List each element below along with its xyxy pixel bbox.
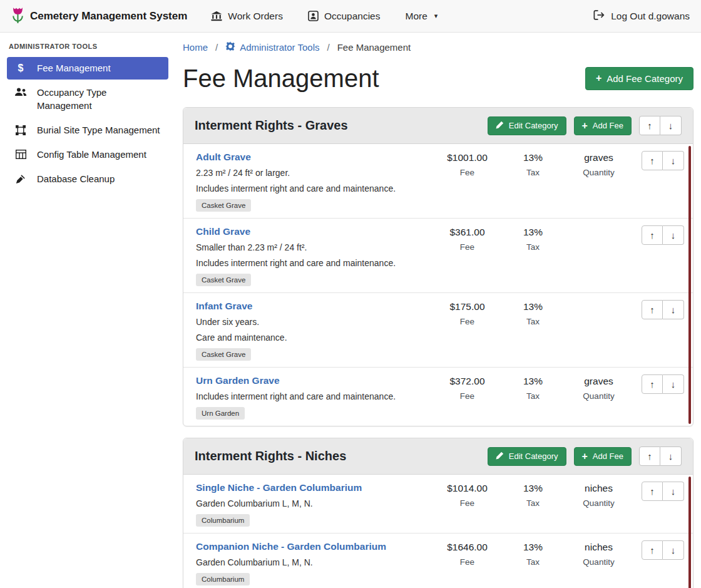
move-fee-up-button[interactable]: ↑ <box>642 482 663 501</box>
fee-description: Smaller than 2.23 m² / 24 ft². <box>196 241 429 254</box>
fee-name-link[interactable]: Single Niche - Garden Columbarium <box>196 482 362 494</box>
edit-category-button[interactable]: Edit Category <box>488 447 566 466</box>
fee-tax-label: Tax <box>500 557 566 567</box>
fee-quantity-value: graves <box>566 375 632 388</box>
sidebar-item-label: Fee Management <box>37 62 111 75</box>
card-scrollbar-thumb[interactable] <box>688 477 691 588</box>
fee-name-link[interactable]: Companion Niche - Garden Columbarium <box>196 540 386 553</box>
plus-icon: + <box>582 121 588 131</box>
fee-amount-label: Fee <box>434 168 500 177</box>
broom-icon <box>14 173 28 184</box>
move-fee-down-button[interactable]: ↓ <box>663 225 684 245</box>
move-fee-up-button[interactable]: ↑ <box>642 300 663 319</box>
fee-type-badge: Casket Grave <box>196 274 251 286</box>
move-fee-up-button[interactable]: ↑ <box>642 374 663 394</box>
breadcrumb-current: Fee Management <box>337 42 411 53</box>
fee-info: Infant Grave Under six years.Care and ma… <box>196 300 434 361</box>
move-fee-up-button[interactable]: ↑ <box>642 225 663 245</box>
fee-row: Single Niche - Garden Columbarium Garden… <box>183 475 693 534</box>
fee-quantity-column: niches Quantity <box>566 482 632 508</box>
category-title: Interment Rights - Graves <box>195 118 480 133</box>
nav-work-orders[interactable]: Work Orders <box>211 11 283 22</box>
sidebar-item-burial-site-type-management[interactable]: Burial Site Type Management <box>7 119 168 142</box>
fee-name-link[interactable]: Adult Grave <box>196 151 251 163</box>
fee-tax-column: 13% Tax <box>500 540 566 567</box>
sidebar-item-label: Burial Site Type Management <box>37 124 160 137</box>
pencil-icon <box>496 121 504 131</box>
move-category-down-button[interactable]: ↓ <box>660 446 682 466</box>
pencil-icon <box>496 451 504 462</box>
fee-category-header: Interment Rights - Graves Edit Category … <box>183 108 693 144</box>
fee-quantity-value: graves <box>566 152 632 164</box>
fee-type-badge: Columbarium <box>196 573 250 585</box>
sidebar-item-database-cleanup[interactable]: Database Cleanup <box>7 168 168 190</box>
app-title: Cemetery Management System <box>30 10 187 23</box>
fee-amount-column: $1646.00 Fee <box>434 540 500 567</box>
arrow-down-icon: ↓ <box>671 155 676 166</box>
fee-description: Care and maintenance. <box>196 331 429 344</box>
fee-row: Adult Grave 2.23 m² / 24 ft² or larger.I… <box>183 144 693 219</box>
arrow-up-icon: ↑ <box>650 379 655 389</box>
fee-tax-value: 13% <box>500 541 566 554</box>
add-fee-category-button[interactable]: + Add Fee Category <box>585 67 693 90</box>
nav-occupancies[interactable]: Occupancies <box>308 11 381 22</box>
dollar-icon: $ <box>14 62 28 73</box>
breadcrumb-admin-tools-link[interactable]: Administrator Tools <box>225 41 319 53</box>
nav-more[interactable]: More ▾ <box>406 11 438 22</box>
fee-quantity-column: graves Quantity <box>566 374 632 401</box>
add-fee-category-label: Add Fee Category <box>606 73 683 84</box>
add-fee-label: Add Fee <box>593 121 623 130</box>
fee-row: Child Grave Smaller than 2.23 m² / 24 ft… <box>183 219 693 293</box>
fee-description: 2.23 m² / 24 ft² or larger. <box>196 167 429 179</box>
fee-quantity-label: Quantity <box>566 391 632 401</box>
move-fee-down-button[interactable]: ↓ <box>663 151 684 170</box>
nav-work-orders-label: Work Orders <box>228 11 283 22</box>
fee-amount-value: $361.00 <box>434 226 500 239</box>
breadcrumb-home-link[interactable]: Home <box>183 42 208 53</box>
breadcrumb-admin-tools-label: Administrator Tools <box>240 42 319 53</box>
fee-amount-column: $1014.00 Fee <box>434 482 500 508</box>
move-category-up-button[interactable]: ↑ <box>639 446 660 466</box>
sidebar-item-fee-management[interactable]: $ Fee Management <box>7 57 168 80</box>
move-fee-down-button[interactable]: ↓ <box>663 482 684 501</box>
fee-amount-value: $175.00 <box>434 301 500 313</box>
fee-amount-value: $1001.00 <box>434 152 500 164</box>
fee-name-link[interactable]: Infant Grave <box>196 300 252 312</box>
add-fee-button[interactable]: + Add Fee <box>574 116 632 135</box>
sidebar-item-config-table-management[interactable]: Config Table Management <box>7 143 168 166</box>
fee-amount-column: $361.00 Fee <box>434 225 500 252</box>
plus-icon: + <box>596 73 601 83</box>
fee-amount-label: Fee <box>434 317 500 326</box>
move-category-down-button[interactable]: ↓ <box>660 116 682 135</box>
sidebar-item-occupancy-type-management[interactable]: Occupancy Type Management <box>7 81 168 117</box>
move-fee-up-button[interactable]: ↑ <box>642 151 663 170</box>
move-category-up-button[interactable]: ↑ <box>639 116 660 135</box>
fee-name-link[interactable]: Child Grave <box>196 225 250 238</box>
move-fee-down-button[interactable]: ↓ <box>663 374 684 394</box>
nav-occupancies-label: Occupancies <box>324 11 381 22</box>
fee-tax-label: Tax <box>500 168 566 177</box>
fee-amount-value: $1646.00 <box>434 541 500 554</box>
move-fee-down-button[interactable]: ↓ <box>663 300 684 319</box>
fee-quantity-value: niches <box>566 482 632 495</box>
move-fee-up-button[interactable]: ↑ <box>642 540 663 560</box>
move-fee-down-button[interactable]: ↓ <box>663 540 684 560</box>
add-fee-button[interactable]: + Add Fee <box>574 447 632 466</box>
fee-name-link[interactable]: Urn Garden Grave <box>196 374 280 387</box>
vector-square-icon <box>14 124 28 135</box>
brand-link[interactable]: Cemetery Management System <box>11 6 187 27</box>
fee-amount-value: $1014.00 <box>434 482 500 495</box>
card-scrollbar-thumb[interactable] <box>688 146 691 424</box>
logout-button[interactable]: Log Out d.gowans <box>593 10 690 23</box>
fee-tax-label: Tax <box>500 317 566 326</box>
fee-tax-column: 13% Tax <box>500 482 566 508</box>
sidebar: ADMINISTRATOR TOOLS $ Fee Management Occ… <box>0 33 175 588</box>
fee-info: Adult Grave 2.23 m² / 24 ft² or larger.I… <box>196 151 434 212</box>
fee-tax-column: 13% Tax <box>500 151 566 177</box>
edit-category-button[interactable]: Edit Category <box>488 116 566 135</box>
fee-description: Includes interment right and care and ma… <box>196 182 429 195</box>
fee-tax-value: 13% <box>500 226 566 239</box>
sidebar-item-label: Database Cleanup <box>37 173 115 185</box>
arrow-down-icon: ↓ <box>671 304 676 315</box>
fee-row: Infant Grave Under six years.Care and ma… <box>183 293 693 368</box>
